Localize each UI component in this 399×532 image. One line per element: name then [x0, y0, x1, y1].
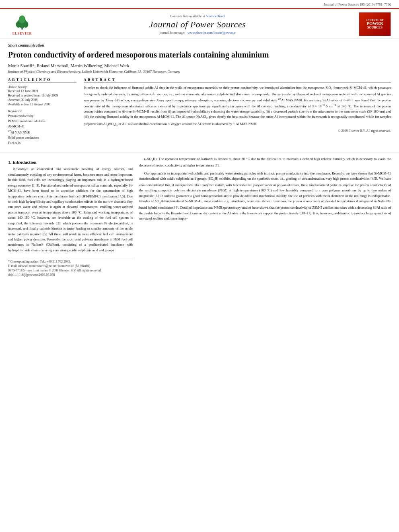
authors: Monir Sharifi*, Roland Marschall, Martin… [8, 63, 391, 68]
journal-header: ELSEVIER Contents lists available at Sci… [0, 8, 399, 39]
homepage-url[interactable]: www.elsevier.com/locate/jpowsour [187, 31, 235, 35]
history-label: Article history: [8, 85, 76, 89]
intro-title: 1. Introduction [8, 160, 133, 164]
keyword-4: 27Al MAS NMR [8, 129, 76, 135]
abstract-panel: A B S T R A C T In order to check the in… [84, 78, 391, 146]
issn: 0378-7753/$ – see front matter © 2009 El… [8, 269, 133, 272]
logo-power: POWER [366, 21, 383, 26]
article-info-abstract-row: A R T I C L E I N F O Article history: R… [8, 78, 391, 146]
article-info-header: A R T I C L E I N F O [8, 78, 76, 83]
journal-citation: Journal of Power Sources 195 (2010) 7781… [0, 0, 399, 8]
keyword-6: Fuel cells [8, 141, 76, 146]
sciencedirect-link[interactable]: ScienceDirect [206, 14, 225, 18]
journal-logo-box: JOURNAL OF POWER SOURCES [359, 12, 391, 36]
affiliation: Institute of Physical Chemistry and Elec… [8, 70, 391, 74]
available-date: Available online 12 August 2009 [8, 103, 76, 106]
elsevier-brand-text: ELSEVIER [12, 32, 32, 35]
abstract-header: A B S T R A C T [84, 78, 391, 83]
keywords-label: Keywords: [8, 109, 76, 113]
svg-point-4 [19, 15, 25, 23]
copyright: © 2009 Elsevier B.V. All rights reserved… [84, 129, 391, 133]
keyword-2: PEMFC membrane additives [8, 119, 76, 124]
article-body: 1. Introduction Nowadays, an economical … [0, 152, 399, 281]
keyword-1: Proton conductivity [8, 114, 76, 119]
article-title: Proton conductivity of ordered mesoporou… [8, 49, 391, 60]
received-date: Received 12 June 2009 [8, 89, 76, 93]
article-info-panel: A R T I C L E I N F O Article history: R… [8, 78, 76, 146]
abstract-text: In order to check the influence of Brøns… [84, 85, 391, 127]
journal-title: Journal of Power Sources [36, 19, 359, 30]
journal-header-center: Contents lists available at ScienceDirec… [36, 14, 359, 35]
elsevier-tree-icon [12, 13, 32, 31]
corresponding-author: * Corresponding author. Tel.: +49 511 76… [8, 260, 133, 263]
article-type: Short communication [8, 43, 391, 47]
logo-sources: SOURCES [367, 26, 383, 29]
email-address: E-mail address: monir.sharifi@pci.uni-ha… [8, 264, 133, 268]
revised-date: Received in revised form 13 July 2009 [8, 94, 76, 97]
page-wrapper: Journal of Power Sources 195 (2010) 7781… [0, 0, 399, 532]
elsevier-logo: ELSEVIER [8, 13, 36, 35]
intro-paragraph-1: Nowadays, an economical and sustainable … [8, 166, 133, 253]
footnote-section: * Corresponding author. Tel.: +49 511 76… [8, 258, 133, 277]
article-header-section: Short communication Proton conductivity … [0, 39, 399, 150]
right-paragraph-2: Our approach is to incorporate hydrophil… [139, 171, 391, 222]
right-column: (–SO3H). The operation temperature of Na… [139, 156, 391, 277]
keywords-list: Proton conductivity PEMFC membrane addit… [8, 114, 76, 146]
left-column: 1. Introduction Nowadays, an economical … [8, 156, 133, 277]
right-paragraph-1: (–SO3H). The operation temperature of Na… [139, 156, 391, 168]
doi: doi:10.1016/j.jpowsour.2009.07.058 [8, 273, 133, 277]
keyword-5: Solid proton conductors [8, 136, 76, 141]
keyword-3: Al-MCM-41 [8, 124, 76, 129]
accepted-date: Accepted 30 July 2009 [8, 98, 76, 102]
journal-homepage: journal homepage: www.elsevier.com/locat… [36, 31, 359, 35]
contents-line: Contents lists available at ScienceDirec… [36, 14, 359, 18]
